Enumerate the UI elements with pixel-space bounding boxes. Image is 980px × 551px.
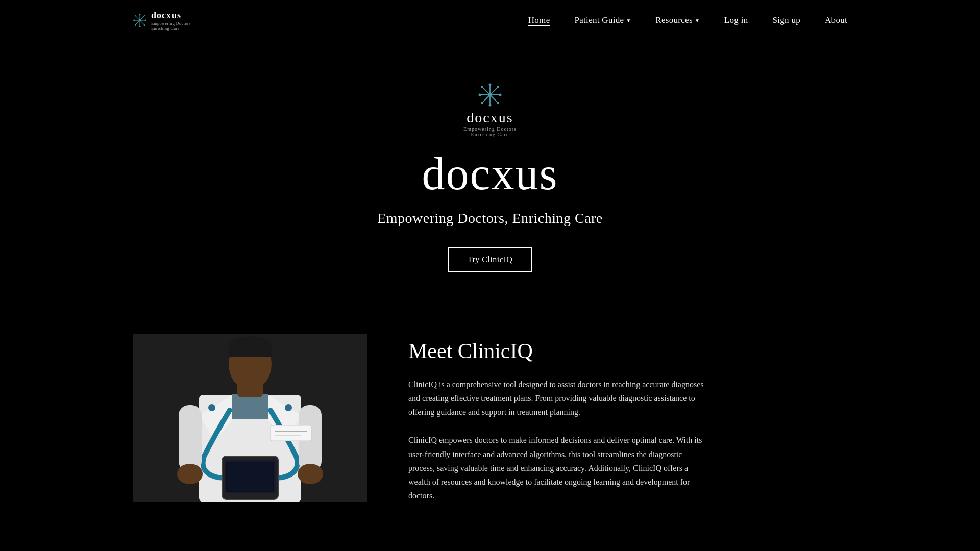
cliniciq-section: Meet ClinicIQ ClinicIQ is a comprehensiv… — [0, 303, 980, 548]
nav-links: Home Patient Guide ▼ Resources ▼ Log in … — [528, 15, 847, 26]
svg-point-10 — [144, 16, 145, 17]
svg-point-33 — [208, 404, 215, 411]
doctor-illustration — [133, 334, 368, 502]
nav-link-home[interactable]: Home — [528, 15, 550, 25]
svg-point-20 — [478, 93, 481, 96]
hero-title: docxus — [422, 147, 558, 200]
svg-point-7 — [133, 20, 135, 21]
svg-point-24 — [481, 102, 483, 104]
svg-rect-49 — [229, 344, 272, 357]
svg-rect-43 — [271, 425, 311, 441]
svg-point-38 — [298, 464, 323, 484]
svg-point-9 — [135, 16, 136, 17]
svg-point-25 — [497, 102, 499, 104]
svg-point-34 — [285, 404, 292, 411]
svg-point-22 — [481, 86, 483, 88]
svg-point-18 — [488, 83, 491, 86]
nav-item-about[interactable]: About — [825, 15, 847, 26]
logo[interactable]: docxus Empowering Doctors Enriching Care — [133, 10, 191, 31]
svg-point-23 — [497, 86, 499, 88]
hero-section: docxus Empowering Doctors Enriching Care… — [0, 41, 980, 303]
patient-guide-chevron-icon: ▼ — [626, 18, 631, 23]
meet-cliniciq-title: Meet ClinicIQ — [408, 339, 847, 363]
logo-snowflake-icon — [133, 13, 147, 28]
hero-logo-tagline: Empowering Doctors Enriching Care — [463, 126, 517, 137]
nav-link-signup[interactable]: Sign up — [772, 15, 800, 25]
nav-item-patient-guide[interactable]: Patient Guide ▼ — [574, 15, 631, 26]
navbar: docxus Empowering Doctors Enriching Care… — [0, 0, 980, 41]
svg-point-8 — [145, 20, 146, 21]
nav-link-patient-guide[interactable]: Patient Guide — [574, 15, 624, 26]
nav-item-home[interactable]: Home — [528, 15, 550, 26]
hero-subtitle: Empowering Doctors, Enriching Care — [377, 210, 603, 227]
doctor-image — [133, 334, 368, 502]
hero-snowflake-icon — [477, 82, 503, 108]
try-cliniciq-button[interactable]: Try ClinicIQ — [448, 247, 532, 272]
logo-text-container: docxus Empowering Doctors Enriching Care — [151, 10, 191, 31]
svg-rect-42 — [227, 463, 273, 491]
logo-name: docxus — [151, 10, 191, 21]
nav-link-resources[interactable]: Resources — [655, 15, 693, 26]
nav-item-login[interactable]: Log in — [724, 15, 748, 26]
hero-logo: docxus Empowering Doctors Enriching Care — [463, 82, 517, 137]
svg-rect-28 — [232, 394, 268, 419]
svg-point-6 — [139, 26, 141, 27]
meet-cliniciq-description-2: ClinicIQ empowers doctors to make inform… — [408, 433, 704, 503]
nav-item-resources[interactable]: Resources ▼ — [655, 15, 699, 26]
svg-point-19 — [488, 104, 491, 106]
svg-point-21 — [499, 93, 501, 96]
meet-cliniciq-description-1: ClinicIQ is a comprehensive tool designe… — [408, 378, 704, 419]
svg-point-5 — [139, 14, 141, 16]
svg-point-11 — [135, 24, 136, 26]
svg-rect-35 — [179, 405, 202, 471]
meet-cliniciq-content: Meet ClinicIQ ClinicIQ is a comprehensiv… — [408, 334, 847, 517]
nav-link-about[interactable]: About — [825, 15, 847, 25]
resources-chevron-icon: ▼ — [695, 18, 700, 23]
logo-tagline: Empowering Doctors Enriching Care — [151, 21, 191, 31]
svg-point-37 — [177, 464, 203, 484]
svg-point-12 — [144, 24, 145, 26]
hero-logo-name: docxus — [467, 110, 513, 126]
nav-item-signup[interactable]: Sign up — [772, 15, 800, 26]
nav-link-login[interactable]: Log in — [724, 15, 748, 25]
